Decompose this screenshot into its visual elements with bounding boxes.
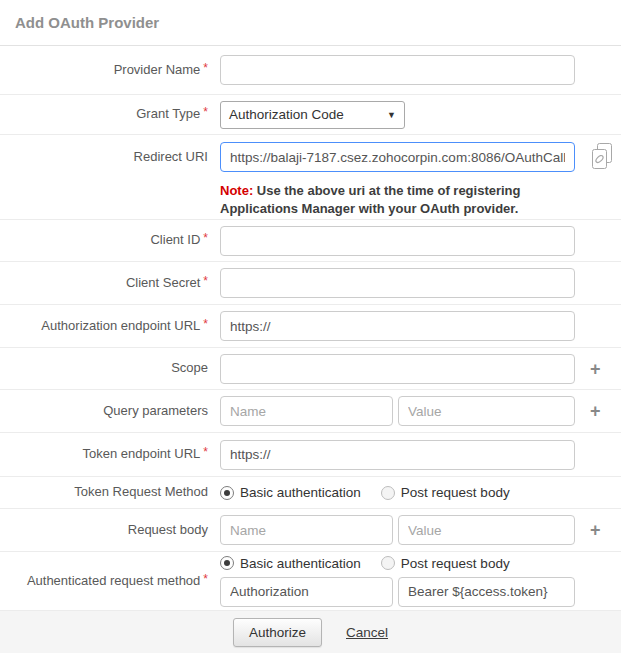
radio-option-label: Basic authentication xyxy=(240,485,361,500)
authenticated-request-method-option-post[interactable]: Post request body xyxy=(381,556,510,571)
query-parameters-label-text: Query parameters xyxy=(103,403,208,418)
token-request-method-label-text: Token Request Method xyxy=(74,484,208,499)
authenticated-request-method-label: Authenticated request method* xyxy=(0,573,208,590)
field-row-authenticated-request-method: Authenticated request method* Basic auth… xyxy=(0,552,621,611)
field-row-grant-type: Grant Type* Authorization Code ▼ xyxy=(0,95,621,135)
token-request-method-radio-group: Basic authentication Post request body xyxy=(220,485,510,500)
radio-option-label: Post request body xyxy=(401,556,510,571)
field-row-query-parameters: Query parameters + xyxy=(0,390,621,433)
field-row-redirect-uri: Redirect URI Note: Use the above uri at … xyxy=(0,135,621,220)
note-prefix: Note: xyxy=(220,183,253,198)
client-id-input[interactable] xyxy=(220,226,575,256)
required-asterisk: * xyxy=(203,274,208,288)
provider-name-label: Provider Name* xyxy=(0,62,208,79)
radio-selected-icon xyxy=(220,556,234,570)
radio-option-label: Post request body xyxy=(401,485,510,500)
authorization-endpoint-url-label-text: Authorization endpoint URL xyxy=(41,318,200,333)
radio-unselected-icon xyxy=(381,486,395,500)
authorization-endpoint-url-input[interactable] xyxy=(220,311,575,341)
add-oauth-provider-dialog: Add OAuth Provider Provider Name* Grant … xyxy=(0,0,621,653)
add-query-parameter-icon[interactable]: + xyxy=(590,402,601,420)
token-request-method-option-post[interactable]: Post request body xyxy=(381,485,510,500)
client-secret-label-text: Client Secret xyxy=(126,275,200,290)
grant-type-selected-value: Authorization Code xyxy=(229,107,381,122)
required-asterisk: * xyxy=(203,445,208,459)
client-id-label: Client ID* xyxy=(0,232,208,249)
token-endpoint-url-label: Token endpoint URL* xyxy=(0,446,208,463)
field-row-token-request-method: Token Request Method Basic authenticatio… xyxy=(0,477,621,509)
add-request-body-icon[interactable]: + xyxy=(590,521,601,539)
redirect-uri-note: Note: Use the above uri at the time of r… xyxy=(220,182,580,218)
cancel-link[interactable]: Cancel xyxy=(346,625,388,640)
request-body-name-input[interactable] xyxy=(220,515,393,545)
field-row-client-secret: Client Secret* xyxy=(0,262,621,305)
field-row-scope: Scope + xyxy=(0,348,621,390)
grant-type-select[interactable]: Authorization Code ▼ xyxy=(220,101,405,129)
required-asterisk: * xyxy=(203,572,208,586)
query-parameters-label: Query parameters xyxy=(0,403,208,420)
provider-name-label-text: Provider Name xyxy=(114,62,201,77)
redirect-uri-label-text: Redirect URI xyxy=(134,149,208,164)
grant-type-label: Grant Type* xyxy=(0,106,208,123)
required-asterisk: * xyxy=(203,317,208,331)
token-request-method-label: Token Request Method xyxy=(0,484,208,501)
scope-label-text: Scope xyxy=(171,360,208,375)
authenticated-request-header-name-input[interactable] xyxy=(220,577,393,607)
required-asterisk: * xyxy=(203,231,208,245)
redirect-uri-input[interactable] xyxy=(220,142,575,172)
copy-icon[interactable] xyxy=(589,141,615,173)
scope-input[interactable] xyxy=(220,354,575,384)
dialog-footer: Authorize Cancel xyxy=(0,611,621,653)
authenticated-request-header-value-input[interactable] xyxy=(398,577,575,607)
chevron-down-icon: ▼ xyxy=(387,110,396,120)
authorization-endpoint-url-label: Authorization endpoint URL* xyxy=(0,318,208,335)
query-parameter-value-input[interactable] xyxy=(398,396,575,426)
field-row-authorization-endpoint-url: Authorization endpoint URL* xyxy=(0,305,621,348)
required-asterisk: * xyxy=(203,105,208,119)
scope-label: Scope xyxy=(0,360,208,377)
grant-type-label-text: Grant Type xyxy=(136,106,200,121)
query-parameter-name-input[interactable] xyxy=(220,396,393,426)
radio-unselected-icon xyxy=(381,556,395,570)
dialog-title: Add OAuth Provider xyxy=(0,0,621,46)
client-id-label-text: Client ID xyxy=(150,232,200,247)
client-secret-label: Client Secret* xyxy=(0,275,208,292)
authenticated-request-method-label-text: Authenticated request method xyxy=(27,573,200,588)
token-endpoint-url-label-text: Token endpoint URL xyxy=(83,446,201,461)
authenticated-request-method-option-basic[interactable]: Basic authentication xyxy=(220,556,361,571)
redirect-uri-label: Redirect URI xyxy=(0,149,208,166)
field-row-provider-name: Provider Name* xyxy=(0,46,621,95)
field-row-client-id: Client ID* xyxy=(0,220,621,262)
radio-option-label: Basic authentication xyxy=(240,556,361,571)
radio-selected-icon xyxy=(220,486,234,500)
authenticated-request-method-radio-group: Basic authentication Post request body xyxy=(220,556,575,571)
provider-name-input[interactable] xyxy=(220,55,575,85)
request-body-label: Request body xyxy=(0,522,208,539)
authorize-button[interactable]: Authorize xyxy=(233,618,322,647)
field-row-token-endpoint-url: Token endpoint URL* xyxy=(0,433,621,477)
client-secret-input[interactable] xyxy=(220,268,575,298)
token-endpoint-url-input[interactable] xyxy=(220,440,575,470)
add-scope-icon[interactable]: + xyxy=(590,360,601,378)
token-request-method-option-basic[interactable]: Basic authentication xyxy=(220,485,361,500)
request-body-value-input[interactable] xyxy=(398,515,575,545)
note-text: Use the above uri at the time of registe… xyxy=(220,183,521,216)
field-row-request-body: Request body + xyxy=(0,509,621,552)
required-asterisk: * xyxy=(203,61,208,75)
request-body-label-text: Request body xyxy=(128,522,208,537)
